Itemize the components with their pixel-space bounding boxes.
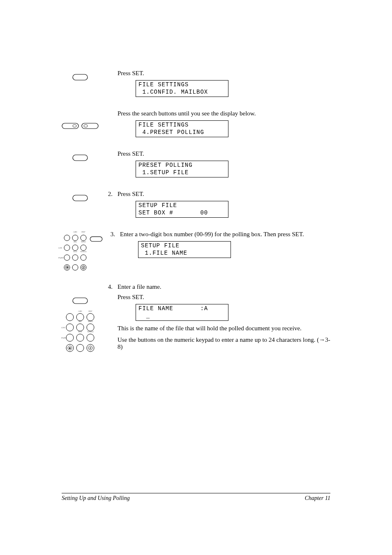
set-button-icon [72, 193, 88, 202]
step-number: 3. [105, 231, 118, 272]
step-body: Press SET. PRESET POLLING 1.SETUP FILE [115, 150, 330, 179]
icon-column [58, 283, 103, 354]
svg-rect-21 [90, 237, 102, 241]
set-button-icon [72, 72, 88, 81]
arrow-right-icon: → [319, 336, 325, 343]
instruction-text: Press SET. [118, 150, 330, 157]
manual-page: Press SET. FILE SETTINGS 1.CONFID. MAILB… [0, 0, 392, 352]
svg-point-15 [81, 255, 86, 260]
instruction-text: Enter a two-digit box number (00-99) for… [120, 231, 330, 238]
hash-key-icon: # [83, 266, 84, 269]
step-number [103, 150, 115, 179]
step-row: 2. Press SET. SETUP FILE SET BOX # 00 [58, 191, 330, 219]
step-number: 4. [103, 283, 115, 354]
search-right-button-icon [81, 122, 99, 130]
svg-rect-22 [73, 298, 88, 304]
step-row: Press the search buttons until you see t… [58, 110, 330, 139]
step-body: Press SET. SETUP FILE SET BOX # 00 [115, 191, 330, 219]
numeric-keypad-icon: ABC DEF GHI JKL MNO PQRS TUV WXYZ ✱ # [62, 233, 86, 272]
icon-column [58, 110, 103, 139]
instruction-text: Press SET. [118, 70, 330, 77]
lcd-display: SETUP FILE 1.FILE NAME [138, 241, 231, 258]
svg-point-11 [72, 245, 78, 251]
svg-point-10 [64, 245, 70, 251]
icon-column [58, 150, 103, 179]
icon-column [58, 191, 103, 219]
step-number: 2. [103, 191, 115, 219]
svg-rect-1 [62, 123, 78, 129]
step-body: Press the search buttons until you see t… [115, 110, 330, 139]
followup-text: This is the name of the file that will h… [118, 325, 330, 332]
set-button-icon [90, 235, 103, 242]
svg-point-18 [72, 265, 78, 270]
svg-rect-6 [73, 195, 88, 201]
svg-rect-3 [82, 123, 98, 129]
instruction-text: Press SET. [118, 191, 330, 198]
svg-point-14 [72, 255, 78, 260]
icon-column [58, 70, 103, 99]
star-key-icon: ✱ [66, 266, 68, 269]
svg-point-9 [81, 235, 86, 241]
icon-column: ABC DEF GHI JKL MNO PQRS TUV WXYZ ✱ # [58, 231, 105, 272]
svg-point-7 [64, 235, 70, 241]
instruction-text: Enter a file name. [118, 283, 330, 290]
svg-rect-0 [73, 74, 88, 80]
svg-rect-5 [73, 155, 88, 161]
step-number [103, 70, 115, 99]
instruction-text: Press the search buttons until you see t… [118, 110, 330, 117]
lcd-display: FILE SETTINGS 1.CONFID. MAILBOX [136, 80, 228, 97]
step-number [103, 110, 115, 139]
step-body: Press SET. FILE SETTINGS 1.CONFID. MAILB… [115, 70, 330, 99]
set-button-icon [72, 296, 88, 305]
lcd-display: PRESET POLLING 1.SETUP FILE [136, 161, 228, 177]
step-row: ABC DEF GHI JKL MNO PQRS TUV WXYZ ✱ # 3.… [58, 231, 330, 272]
set-button-icon [72, 153, 88, 162]
footer-right: Chapter 11 [305, 495, 330, 502]
page-footer: Setting Up and Using Polling Chapter 11 [62, 493, 330, 502]
footer-left: Setting Up and Using Polling [62, 495, 130, 502]
instruction-text: Press SET. [118, 294, 330, 301]
svg-point-12 [81, 245, 86, 251]
svg-point-13 [64, 255, 70, 260]
lcd-display: FILE SETTINGS 4.PRESET POLLING [136, 120, 228, 137]
step-row: 4. Enter a file name. Press SET. FILE NA… [58, 283, 330, 354]
search-left-button-icon [62, 122, 79, 130]
svg-rect-2 [73, 125, 76, 127]
step-body: Enter a file name. Press SET. FILE NAME … [115, 283, 330, 354]
step-row: Press SET. PRESET POLLING 1.SETUP FILE [58, 150, 330, 179]
svg-rect-4 [84, 125, 88, 127]
followup-text: Use the buttons on the numeric keypad to… [118, 336, 330, 350]
step-body: Enter a two-digit box number (00-99) for… [118, 231, 330, 272]
lcd-display: SETUP FILE SET BOX # 00 [136, 201, 228, 218]
lcd-display: FILE NAME :A _ [136, 304, 228, 321]
step-row: Press SET. FILE SETTINGS 1.CONFID. MAILB… [58, 70, 330, 99]
svg-point-8 [72, 235, 78, 241]
